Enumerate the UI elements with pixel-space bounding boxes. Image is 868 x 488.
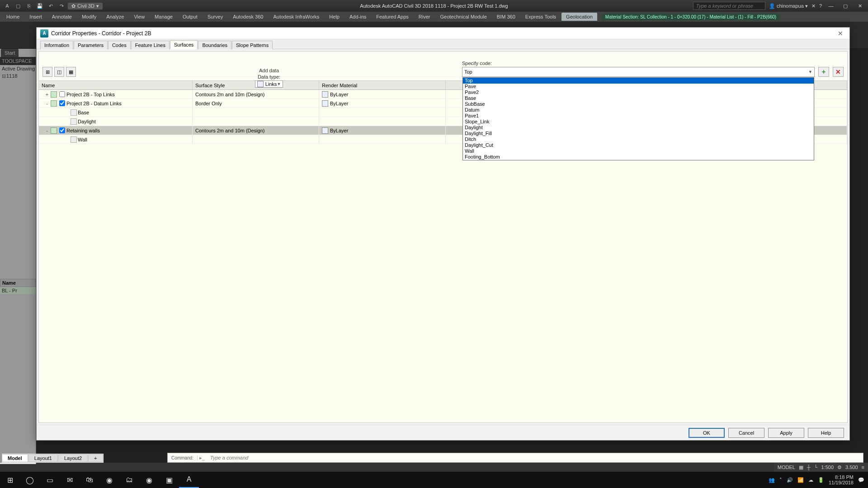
apply-button[interactable]: Apply: [768, 428, 804, 438]
ribbon-tab-a360[interactable]: Autodesk 360: [228, 13, 268, 21]
render-material[interactable]: ByLayer: [330, 128, 348, 133]
chrome-icon[interactable]: ◉: [99, 472, 119, 488]
dialog-close-button[interactable]: ✕: [835, 29, 846, 38]
layout2-tab[interactable]: Layout2: [58, 454, 88, 462]
ribbon-tab-annotate[interactable]: Annotate: [47, 13, 76, 21]
help-search-input[interactable]: [693, 2, 765, 10]
delete-surface-button[interactable]: ✕: [833, 67, 844, 77]
ribbon-tab-view[interactable]: View: [129, 13, 149, 21]
ribbon-tab-home[interactable]: Home: [2, 13, 24, 21]
add-code-button[interactable]: ＋: [818, 67, 829, 77]
taskview-icon[interactable]: ▭: [40, 472, 60, 488]
ribbon-tab-featured[interactable]: Featured Apps: [372, 13, 413, 21]
ribbon-tab-infraworks[interactable]: Autodesk InfraWorks: [269, 13, 324, 21]
layout1-tab[interactable]: Layout1: [28, 454, 58, 462]
render-material[interactable]: ByLayer: [330, 101, 348, 106]
surface-checkbox[interactable]: [59, 91, 65, 97]
status-model[interactable]: MODEL: [778, 465, 795, 470]
help-button[interactable]: Help: [808, 428, 844, 438]
ribbon-tab-survey[interactable]: Survey: [203, 13, 227, 21]
spec-option[interactable]: Daylight_Cut: [463, 142, 814, 148]
ribbon-tab-geo[interactable]: Geotechnical Module: [436, 13, 491, 21]
surface-props-button[interactable]: ▦: [66, 67, 76, 77]
specify-code-dropdown[interactable]: Top ▼ TopPavePave2BaseSubBaseDatumPave1S…: [462, 67, 815, 77]
wifi-icon[interactable]: 📶: [797, 477, 804, 483]
start-menu-button[interactable]: ⊞: [0, 472, 20, 488]
surface-style[interactable]: Border Only: [195, 101, 222, 106]
new-icon[interactable]: ▢: [14, 1, 23, 10]
spec-option[interactable]: Datum: [463, 107, 814, 113]
tab-surfaces[interactable]: Surfaces: [170, 40, 198, 49]
spec-option[interactable]: Base: [463, 95, 814, 101]
notifications-icon[interactable]: 💬: [858, 477, 864, 483]
ribbon-tab-help[interactable]: Help: [325, 13, 344, 21]
people-icon[interactable]: 👥: [769, 477, 775, 483]
ribbon-tab-express[interactable]: Express Tools: [521, 13, 561, 21]
spec-option[interactable]: Daylight: [463, 125, 814, 131]
tab-information[interactable]: Information: [40, 41, 73, 49]
spec-option[interactable]: Daylight_Fill: [463, 131, 814, 136]
workspace-selector[interactable]: ✿ Civil 3D ▾: [68, 3, 103, 9]
chrome2-icon[interactable]: ◉: [139, 472, 159, 488]
expand-icon[interactable]: -: [44, 128, 50, 133]
save-icon[interactable]: 💾: [35, 1, 44, 10]
battery-icon[interactable]: 🔋: [818, 477, 824, 483]
spec-option[interactable]: Ditch: [463, 136, 814, 142]
surface-style-button[interactable]: ◫: [54, 67, 64, 77]
surface-checkbox[interactable]: [59, 100, 65, 106]
spec-option[interactable]: Slope_Link: [463, 119, 814, 125]
tab-codes[interactable]: Codes: [108, 41, 131, 49]
ribbon-tab-geolocation[interactable]: Geolocation: [561, 13, 597, 21]
exchange-icon[interactable]: ✕: [811, 3, 816, 9]
ribbon-tab-analyze[interactable]: Analyze: [102, 13, 128, 21]
command-line[interactable]: Command: ▸_: [167, 453, 863, 463]
spec-option[interactable]: SubBase: [463, 101, 814, 107]
command-input[interactable]: [207, 455, 863, 460]
spec-option[interactable]: Top: [463, 78, 814, 84]
ribbon-tab-insert[interactable]: Insert: [25, 13, 47, 21]
spec-option[interactable]: Pave2: [463, 89, 814, 95]
scale-label[interactable]: 1:500: [821, 465, 834, 470]
store-icon[interactable]: 🛍: [80, 472, 99, 488]
surface-style[interactable]: Contours 2m and 10m (Design): [195, 128, 264, 133]
datatype-dropdown[interactable]: Links ▼: [255, 80, 283, 88]
expand-icon[interactable]: +: [44, 92, 50, 97]
col-name[interactable]: Name: [39, 81, 193, 89]
render-material[interactable]: ByLayer: [330, 92, 348, 97]
tray-up-icon[interactable]: ˄: [779, 477, 782, 483]
open-icon[interactable]: ⎘: [24, 1, 33, 10]
maximize-button[interactable]: ▢: [840, 1, 851, 10]
spec-option[interactable]: Pave: [463, 84, 814, 89]
cancel-button[interactable]: Cancel: [728, 428, 764, 438]
civil3d-taskbar-icon[interactable]: A: [179, 472, 199, 488]
col-material[interactable]: Render Material: [319, 81, 446, 89]
explorer-icon[interactable]: 🗂: [119, 472, 139, 488]
surface-checkbox[interactable]: [59, 127, 65, 133]
window-close-button[interactable]: ✕: [854, 1, 865, 10]
create-surface-button[interactable]: ⊞: [42, 67, 52, 77]
mail-icon[interactable]: ✉: [60, 472, 80, 488]
grid-icon[interactable]: ▦: [799, 465, 803, 470]
cortana-icon[interactable]: ◯: [20, 472, 40, 488]
ribbon-tab-addins[interactable]: Add-ins: [345, 13, 371, 21]
app2-icon[interactable]: ▣: [159, 472, 179, 488]
undo-icon[interactable]: ↶: [46, 1, 55, 10]
minimize-button[interactable]: —: [826, 1, 836, 10]
ortho-icon[interactable]: └: [814, 465, 818, 470]
spec-option[interactable]: Footing_Bottom: [463, 154, 814, 160]
help-icon[interactable]: ?: [819, 3, 822, 9]
ribbon-tab-manage[interactable]: Manage: [150, 13, 177, 21]
signin-user[interactable]: 👤 chinomapua ▾: [769, 3, 808, 9]
spec-option[interactable]: Wall: [463, 148, 814, 154]
surface-style[interactable]: Contours 2m and 10m (Design): [195, 92, 264, 97]
tab-slopepatterns[interactable]: Slope Patterns: [232, 41, 273, 49]
tab-boundaries[interactable]: Boundaries: [198, 41, 231, 49]
gear-icon[interactable]: ⚙: [837, 465, 842, 470]
snap-icon[interactable]: ┼: [807, 465, 811, 470]
spec-option[interactable]: Pave1: [463, 113, 814, 119]
tab-parameters[interactable]: Parameters: [74, 41, 108, 49]
onedrive-icon[interactable]: ☁: [808, 477, 813, 483]
customize-icon[interactable]: ≡: [862, 465, 864, 470]
ribbon-tab-river[interactable]: River: [414, 13, 435, 21]
system-clock[interactable]: 8:18 PM 11/19/2018: [829, 474, 854, 485]
